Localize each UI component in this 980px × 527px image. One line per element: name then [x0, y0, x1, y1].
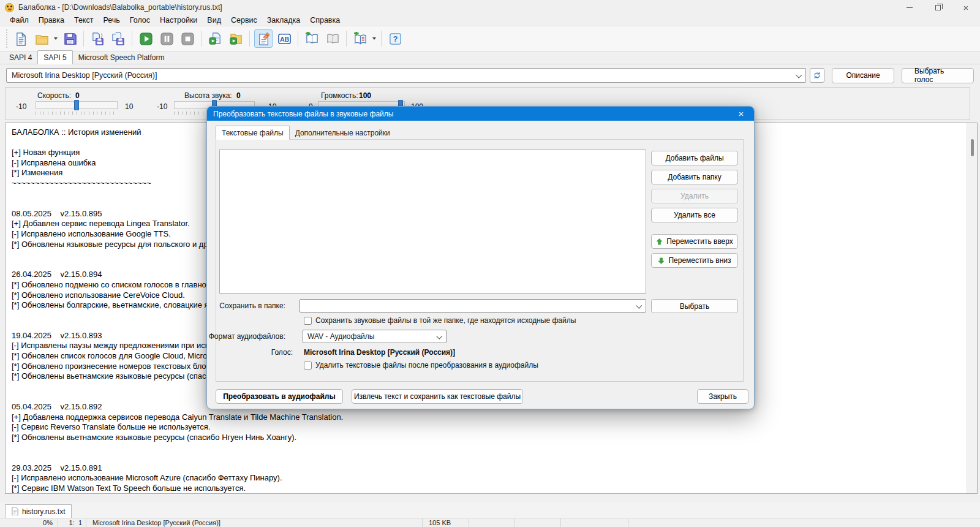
save-folder-select[interactable] — [300, 299, 646, 313]
window-title: Балаболка - [D:\Downloads\Balabolka_port… — [18, 3, 222, 12]
toolbar-separator — [83, 31, 84, 47]
voice-description-button[interactable]: Описание — [832, 68, 894, 83]
menu-edit[interactable]: Правка — [34, 16, 69, 25]
volume-value: 100 — [359, 91, 371, 100]
audio-format-label: Формат аудиофайлов: — [209, 332, 285, 341]
move-up-button[interactable]: Переместить вверх — [651, 234, 738, 249]
pitch-min: -10 — [157, 102, 167, 111]
convert-folder-to-audio-button[interactable] — [227, 29, 245, 48]
minimize-button[interactable] — [895, 0, 924, 15]
add-correction-dropdown[interactable] — [371, 29, 378, 48]
save-audio-batch-button[interactable] — [109, 29, 127, 48]
open-file-button[interactable] — [32, 29, 51, 48]
dictionary-gray-button[interactable] — [323, 29, 342, 48]
menu-speech[interactable]: Речь — [98, 16, 124, 25]
same-folder-checkbox[interactable] — [304, 317, 312, 325]
play-icon — [139, 32, 153, 46]
window-controls: × — [895, 0, 980, 15]
add-dictionary-button[interactable] — [303, 29, 321, 48]
svg-text:AB: AB — [279, 35, 289, 42]
toolbar-gripper[interactable] — [5, 29, 8, 48]
file-list[interactable] — [219, 150, 646, 294]
menu-help[interactable]: Справка — [305, 16, 345, 25]
document-tab-label: history.rus.txt — [22, 507, 65, 516]
chevron-down-icon — [54, 37, 58, 40]
open-folder-icon — [35, 32, 49, 46]
dialog-tab-additional-settings[interactable]: Дополнительные настройки — [290, 127, 396, 139]
delete-text-checkbox[interactable] — [304, 362, 312, 370]
engine-tab-bar: SAPI 4 SAPI 5 Microsoft Speech Platform — [0, 51, 980, 64]
same-folder-checkbox-label: Сохранить звуковые файлы в той же папке,… — [315, 316, 576, 325]
open-file-dropdown[interactable] — [52, 29, 59, 48]
move-down-button[interactable]: Переместить вниз — [651, 253, 738, 268]
menu-view[interactable]: Вид — [202, 16, 226, 25]
audio-format-value: WAV - Аудиофайлы — [307, 332, 374, 341]
save-file-button[interactable] — [61, 29, 79, 48]
chevron-down-icon — [796, 72, 802, 78]
voice-select-value: Microsoft Irina Desktop [Русский (Россия… — [12, 71, 157, 80]
new-file-button[interactable] — [12, 29, 30, 48]
pause-button[interactable] — [157, 29, 176, 48]
extract-text-button[interactable]: Извлечь текст и сохранить как текстовые … — [352, 389, 523, 404]
menu-voice[interactable]: Голос — [125, 16, 155, 25]
restore-icon — [935, 5, 941, 10]
remove-all-button[interactable]: Удалить все — [651, 208, 738, 222]
toolbar-separator — [346, 31, 347, 47]
audio-format-select[interactable]: WAV - Аудиофайлы — [303, 330, 447, 343]
minimize-icon — [907, 7, 913, 8]
add-correction-list-button[interactable] — [351, 29, 369, 48]
convert-file-to-audio-button[interactable] — [206, 29, 224, 48]
scrollbar-thumb[interactable] — [971, 139, 974, 156]
refresh-voices-button[interactable] — [810, 68, 824, 83]
refresh-icon — [813, 71, 821, 80]
close-button[interactable]: × — [952, 0, 980, 15]
arrow-down-icon — [658, 257, 665, 264]
save-audio-file-button[interactable] — [88, 29, 107, 48]
stop-button[interactable] — [178, 29, 197, 48]
volume-label: Громкость: — [321, 91, 358, 100]
pause-icon — [160, 32, 174, 46]
dialog-close-button[interactable]: × — [728, 107, 754, 121]
menu-tools[interactable]: Сервис — [226, 16, 262, 25]
title-bar: Балаболка - [D:\Downloads\Balabolka_port… — [0, 0, 980, 15]
dialog-tab-text-files[interactable]: Текстовые файлы — [216, 126, 290, 140]
document-icon — [12, 507, 18, 515]
document-tab[interactable]: history.rus.txt — [5, 504, 72, 518]
voice-select[interactable]: Microsoft Irina Desktop [Русский (Россия… — [6, 68, 806, 83]
restore-button[interactable] — [924, 0, 952, 15]
rate-slider[interactable] — [36, 101, 118, 109]
tab-microsoft-speech-platform[interactable]: Microsoft Speech Platform — [73, 51, 170, 64]
rate-value: 0 — [75, 91, 80, 100]
rate-slider-thumb[interactable] — [74, 100, 79, 110]
same-folder-checkbox-row: Сохранить звуковые файлы в той же папке,… — [304, 316, 576, 325]
dictionary-button[interactable]: AB — [275, 29, 293, 48]
delete-text-checkbox-label: Удалить текстовые файлы после преобразов… — [315, 361, 538, 370]
chevron-down-icon — [372, 37, 376, 40]
rate-ticks — [36, 112, 118, 115]
help-icon: ? — [388, 32, 402, 46]
choose-voice-button[interactable]: Выбрать голос — [902, 68, 974, 83]
convert-to-audio-button[interactable]: Преобразовать в аудиофайлы — [216, 389, 343, 404]
play-button[interactable] — [137, 29, 155, 48]
arrow-up-icon — [656, 238, 663, 245]
dialog-close-action-button[interactable]: Закрыть — [697, 389, 748, 404]
status-file-size: 105 KB — [423, 518, 469, 527]
vertical-scrollbar[interactable] — [967, 123, 977, 493]
svg-text:?: ? — [393, 35, 398, 44]
menu-bookmark[interactable]: Закладка — [262, 16, 305, 25]
tab-sapi4[interactable]: SAPI 4 — [4, 51, 37, 64]
text-highlight-toggle[interactable] — [254, 29, 273, 48]
toolbar-separator — [201, 31, 202, 47]
add-folder-button[interactable]: Добавить папку — [651, 170, 738, 184]
menu-text[interactable]: Текст — [69, 16, 98, 25]
add-correction-icon — [353, 32, 368, 46]
help-button[interactable]: ? — [386, 29, 404, 48]
menu-bar: Файл Правка Текст Речь Голос Настройки В… — [0, 15, 980, 26]
convert-folder-icon — [229, 32, 243, 46]
dialog-voice-label: Голос: — [271, 348, 293, 357]
choose-folder-button[interactable]: Выбрать — [651, 299, 738, 313]
add-files-button[interactable]: Добавить файлы — [651, 151, 738, 165]
tab-sapi5[interactable]: SAPI 5 — [37, 50, 72, 64]
menu-settings[interactable]: Настройки — [155, 16, 202, 25]
menu-file[interactable]: Файл — [5, 16, 34, 25]
